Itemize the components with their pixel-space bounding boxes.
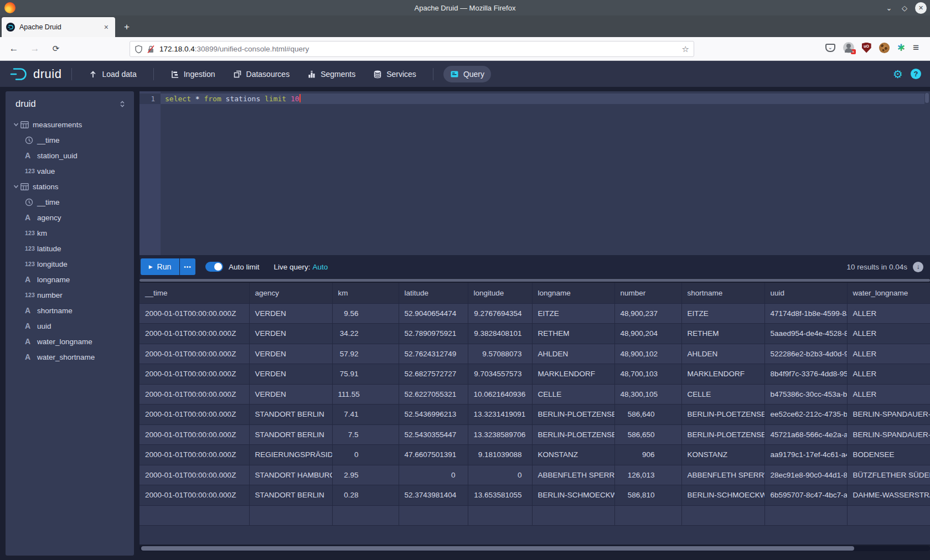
schema-column-agency[interactable]: Aagency — [6, 210, 134, 225]
forward-button[interactable]: → — [28, 42, 42, 56]
cell-longitude[interactable]: 13.3231419091 — [468, 405, 532, 425]
cell-longname[interactable]: CELLE — [532, 384, 614, 405]
cell-number[interactable]: 586,650 — [614, 424, 681, 445]
cell-uuid[interactable]: 45721a68-566c-4e2a-a6 — [764, 424, 847, 445]
cell-uuid[interactable]: 6b595707-8c47-4bc7-a8 — [764, 485, 847, 506]
cell-agency[interactable]: VERDEN — [249, 303, 332, 324]
cell---time[interactable]: 2000-01-01T00:00:00.000Z — [140, 344, 249, 364]
schema-column-km[interactable]: 123km — [6, 225, 134, 241]
cell-number[interactable]: 48,900,237 — [614, 303, 681, 324]
cell---time[interactable]: 2000-01-01T00:00:00.000Z — [140, 324, 249, 344]
extension-asterisk-icon[interactable]: ✱ — [897, 42, 905, 54]
cell-longname[interactable]: BERLIN-PLOETZENSEE C — [532, 405, 614, 425]
cell-water-longname[interactable]: ALLER — [847, 324, 930, 344]
cell-shortname[interactable]: AHLDEN — [681, 344, 764, 364]
sort-icon[interactable] — [118, 100, 126, 108]
cell-longitude[interactable]: 13.653581055 — [468, 485, 532, 506]
cell-longitude[interactable]: 13.3238589706 — [468, 424, 532, 445]
cell-water-longname[interactable]: ALLER — [847, 364, 930, 385]
cell-latitude[interactable]: 52.7624312749 — [399, 344, 468, 364]
druid-logo[interactable]: druid — [10, 66, 61, 82]
nav-services[interactable]: Services — [366, 66, 423, 82]
cell-number[interactable]: 586,640 — [614, 405, 681, 425]
column-header-agency[interactable]: agency — [249, 283, 332, 303]
schema-column-value[interactable]: 123value — [6, 163, 134, 179]
download-icon[interactable]: ↓ — [913, 262, 923, 272]
cell---time[interactable]: 2000-01-01T00:00:00.000Z — [140, 405, 249, 425]
cell-longname[interactable]: RETHEM — [532, 324, 614, 344]
column-header-latitude[interactable]: latitude — [399, 283, 468, 303]
query-text[interactable]: select * from stations limit 10 — [165, 94, 301, 104]
window-maximize-icon[interactable]: ◇ — [900, 4, 910, 12]
cell-water-longname[interactable]: BODENSEE — [847, 445, 930, 465]
cell-uuid[interactable]: 28ec91e8-90c0-44d1-8f0 — [764, 465, 847, 485]
schema-column-shortname[interactable]: Ashortname — [6, 303, 134, 318]
cell-longname[interactable]: KONSTANZ — [532, 445, 614, 465]
column-header-longitude[interactable]: longitude — [468, 283, 532, 303]
cell-agency[interactable]: STANDORT HAMBURG — [249, 465, 332, 485]
pocket-icon[interactable]: ⌄ — [825, 44, 835, 52]
cell-latitude[interactable]: 47.6607501391 — [399, 445, 468, 465]
settings-gear-icon[interactable]: ⚙ — [893, 68, 903, 81]
cell-water-longname[interactable]: DAHME-WASSERSTRAS — [847, 485, 930, 506]
cell-shortname[interactable]: KONSTANZ — [681, 445, 764, 465]
nav-query[interactable]: Query — [443, 66, 491, 82]
cell---time[interactable]: 2000-01-01T00:00:00.000Z — [140, 303, 249, 324]
cell-shortname[interactable]: CELLE — [681, 384, 764, 405]
schema-name[interactable]: druid — [16, 98, 36, 109]
cell-km[interactable]: 34.22 — [332, 324, 399, 344]
cell-longitude[interactable]: 0 — [468, 465, 532, 485]
account-icon[interactable]: × — [843, 42, 854, 53]
cell-longname[interactable]: BERLIN-PLOETZENSEE U — [532, 424, 614, 445]
browser-tab[interactable]: Apache Druid × — [2, 17, 115, 37]
schema-table-measurements[interactable]: measurements — [6, 117, 134, 132]
cell-km[interactable]: 0 — [332, 445, 399, 465]
editor-scrollbar[interactable] — [925, 93, 929, 103]
cell-water-longname[interactable]: BERLIN-SPANDAUER-S — [847, 424, 930, 445]
cell-longname[interactable]: AHLDEN — [532, 344, 614, 364]
cell-shortname[interactable]: BERLIN-PLOETZENSEE C — [681, 405, 764, 425]
schema-column-water-shortname[interactable]: Awater_shortname — [6, 349, 134, 365]
horizontal-scrollbar-thumb[interactable] — [141, 546, 854, 551]
schema-table-stations[interactable]: stations — [6, 179, 134, 194]
column-header---time[interactable]: __time — [140, 283, 249, 303]
cell-latitude[interactable]: 52.5436996213 — [399, 405, 468, 425]
new-tab-button[interactable]: + — [120, 20, 134, 34]
window-minimize-icon[interactable]: ⌄ — [884, 4, 894, 12]
cell-km[interactable]: 75.91 — [332, 364, 399, 385]
cell-longitude[interactable]: 9.3828408101 — [468, 324, 532, 344]
back-button[interactable]: ← — [7, 42, 21, 56]
cell-km[interactable]: 9.56 — [332, 303, 399, 324]
schema-column-longname[interactable]: Alongname — [6, 272, 134, 287]
cell-number[interactable]: 586,810 — [614, 485, 681, 506]
pane-splitter[interactable] — [140, 279, 930, 282]
schema-column-longitude[interactable]: 123longitude — [6, 256, 134, 272]
bookmark-star-icon[interactable]: ☆ — [682, 44, 689, 54]
run-more-button[interactable]: ••• — [180, 258, 195, 275]
cell-uuid[interactable]: 522286e2-b2b3-4d0d-9a — [764, 344, 847, 364]
schema-column---time[interactable]: __time — [6, 194, 134, 210]
cell-water-longname[interactable]: ALLER — [847, 344, 930, 364]
tracking-shield-icon[interactable] — [135, 45, 143, 54]
cell---time[interactable]: 2000-01-01T00:00:00.000Z — [140, 465, 249, 485]
cell-shortname[interactable]: EITZE — [681, 303, 764, 324]
cell-latitude[interactable]: 52.7890975921 — [399, 324, 468, 344]
menu-icon[interactable]: ≡ — [913, 42, 919, 54]
cell-longitude[interactable]: 10.0621640936 — [468, 384, 532, 405]
sql-editor[interactable]: 1 select * from stations limit 10 — [140, 91, 930, 255]
schema-column---time[interactable]: __time — [6, 132, 134, 148]
tab-close-icon[interactable]: × — [102, 23, 111, 32]
cell-water-longname[interactable]: ALLER — [847, 384, 930, 405]
cell-agency[interactable]: VERDEN — [249, 364, 332, 385]
cell-shortname[interactable]: BERLIN-SCHMOECKWITZ — [681, 485, 764, 506]
cell-agency[interactable]: VERDEN — [249, 384, 332, 405]
cell-longitude[interactable]: 9.57088073 — [468, 344, 532, 364]
cell-latitude[interactable]: 52.6227055321 — [399, 384, 468, 405]
cell-latitude[interactable]: 52.9040654474 — [399, 303, 468, 324]
column-header-km[interactable]: km — [332, 283, 399, 303]
column-header-water-longname[interactable]: water_longname — [847, 283, 930, 303]
cell-longname[interactable]: EITZE — [532, 303, 614, 324]
cell-km[interactable]: 57.92 — [332, 344, 399, 364]
cell-shortname[interactable]: MARKLENDORF — [681, 364, 764, 385]
cell-number[interactable]: 48,900,102 — [614, 344, 681, 364]
